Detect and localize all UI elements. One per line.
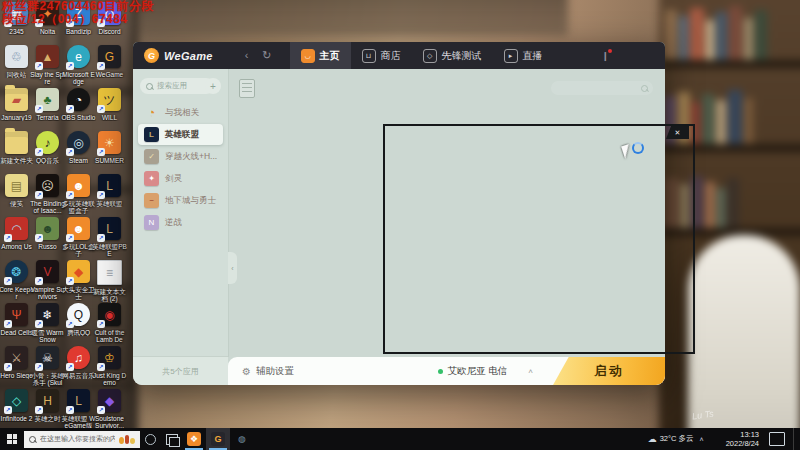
wegame-sidebar: 搜索应用 + ◔ 与我相关 L 英雄联盟 ✓ 穿越火线+H... ✦ 剑灵 ~: [133, 69, 228, 357]
game-label: 英雄联盟: [165, 129, 199, 141]
shortcut-arrow-icon: ↗: [97, 234, 105, 242]
shortcut-label: 英雄联盟: [92, 200, 127, 207]
sidebar-game-list: ◔ 与我相关 L 英雄联盟 ✓ 穿越火线+H... ✦ 剑灵 ~ 地下城与勇士 …: [133, 101, 228, 234]
desktop-shortcut[interactable]: ◎ ↗ Steam: [63, 131, 94, 174]
refresh-icon[interactable]: ↻: [262, 49, 271, 62]
desktop-shortcut[interactable]: ▤ ↗ 便笺: [1, 174, 32, 217]
desktop-shortcut[interactable]: ❄ ↗ 暖雪 Warm Snow: [32, 303, 63, 346]
taskbar-clock[interactable]: 13:13 2022/8/24: [726, 430, 759, 449]
wegame-nav-tab[interactable]: ⊔ 商店: [351, 42, 412, 69]
wegame-nav-tab[interactable]: ▸ 直播: [493, 42, 554, 69]
close-region-button[interactable]: ✕: [666, 126, 689, 139]
sidebar-collapse-handle[interactable]: ‹: [228, 252, 237, 284]
sidebar-game-item[interactable]: ✓ 穿越火线+H...: [138, 146, 223, 167]
show-desktop-button[interactable]: [793, 428, 798, 450]
assist-settings-button[interactable]: ⚙ 辅助设置: [242, 365, 294, 378]
shortcut-label: 新建文本文档 (2): [92, 288, 127, 303]
weather-widget[interactable]: ☁ 32°C 多云: [648, 434, 694, 444]
desktop-shortcut[interactable]: ♲ ↗ 回收站: [1, 45, 32, 88]
desktop-shortcut[interactable]: ↗ 新建文件夹: [1, 131, 32, 174]
server-selector[interactable]: 艾欧尼亚 电信 ˄: [438, 365, 533, 378]
search-doodle-icon: [119, 435, 135, 444]
desktop-shortcut[interactable]: ◆ ↗ 大头安全卫士: [63, 260, 94, 303]
sidebar-search-input[interactable]: 搜索应用: [140, 78, 214, 94]
nav-arrows: ‹ ↻: [245, 49, 272, 62]
desktop-shortcut[interactable]: V ↗ Vampire Survivors: [32, 260, 63, 303]
desktop-shortcut[interactable]: ♣ ↗ Terraria: [32, 88, 63, 131]
launch-button[interactable]: 启动: [553, 357, 665, 385]
desktop-shortcut[interactable]: ❂ ↗ Core Keeper: [1, 260, 32, 303]
desktop-shortcut[interactable]: e ↗ Microsoft Edge: [63, 45, 94, 88]
overlay-line-2: 段位/12（004）67484: [2, 13, 154, 26]
taskbar-app-button[interactable]: G: [206, 428, 230, 450]
sidebar-game-item[interactable]: L 英雄联盟: [138, 124, 223, 145]
desktop-shortcut[interactable]: L ↗ 英雄联盟PBE: [94, 217, 125, 260]
taskbar-search-input[interactable]: 在这里输入你要搜索的内容: [24, 431, 140, 448]
desktop-shortcut[interactable]: L ↗ 英雄联盟 WeGame版: [63, 389, 94, 432]
shortcut-arrow-icon: ↗: [35, 277, 43, 285]
desktop-shortcut[interactable]: ⚔ ↗ Hero Siege: [1, 346, 32, 389]
shortcut-label: 回收站: [0, 71, 34, 78]
search-icon: [29, 436, 36, 443]
shortcut-arrow-icon: ↗: [66, 234, 74, 242]
app-icon: [5, 131, 28, 154]
taskbar-app-button[interactable]: ◍: [230, 428, 254, 450]
desktop-shortcut[interactable]: ◆ ↗ Soulstone Survivor...: [94, 389, 125, 432]
shortcut-arrow-icon: ↗: [35, 62, 43, 70]
desktop-shortcut[interactable]: ◇ ↗ Infinitode 2: [1, 389, 32, 432]
wegame-bottom-bar: ⚙ 辅助设置 艾欧尼亚 电信 ˄ 启动: [228, 357, 665, 385]
desktop-shortcut[interactable]: ♫ ↗ 网易云音乐: [63, 346, 94, 389]
tray-expand-icon[interactable]: ˄: [700, 436, 704, 443]
desktop-shortcut[interactable]: ◉ ↗ Cult of the Lamb Dem...: [94, 303, 125, 346]
start-button[interactable]: [0, 428, 24, 450]
desktop-shortcut[interactable]: ☻ ↗ 多玩LOL盒子: [63, 217, 94, 260]
desktop-shortcut[interactable]: ☀ ↗ SUMMER: [94, 131, 125, 174]
desktop-shortcut[interactable]: ▰ ↗ January19: [1, 88, 32, 131]
cortana-button[interactable]: [140, 428, 161, 450]
desktop-shortcut[interactable]: ♪ ↗ QQ音乐: [32, 131, 63, 174]
add-game-button[interactable]: +: [205, 78, 221, 94]
sidebar-game-item[interactable]: ◔ 与我相关: [138, 102, 223, 123]
notification-icon[interactable]: ❙: [601, 51, 609, 61]
shortcut-label: WeGame: [92, 71, 127, 78]
shortcut-label: 大头安全卫士: [61, 286, 96, 301]
desktop-shortcut[interactable]: ◔ ↗ OBS Studio: [63, 88, 94, 131]
desktop-shortcut[interactable]: ▲ ↗ Slay the Spire: [32, 45, 63, 88]
tab-icon: ▸: [504, 49, 518, 63]
desktop-shortcut[interactable]: ツ ↗ WILL: [94, 88, 125, 131]
desktop-shortcut[interactable]: L ↗ 英雄联盟: [94, 174, 125, 217]
server-status-dot: [438, 369, 443, 374]
shortcut-arrow-icon: ↗: [97, 320, 105, 328]
main-search-input[interactable]: [551, 81, 653, 95]
desktop-shortcut[interactable]: Ψ ↗ Dead Cells: [1, 303, 32, 346]
desktop-shortcut[interactable]: ≡ ↗ 新建文本文档 (2): [94, 260, 125, 303]
sidebar-game-item[interactable]: ~ 地下城与勇士: [138, 190, 223, 211]
wegame-nav-tabs: ◡ 主页 ⊔ 商店 ◇ 先锋测试 ▸ 直播: [290, 42, 554, 69]
clock-date: 2022/8/24: [726, 439, 759, 448]
desktop-shortcut[interactable]: Q ↗ 腾讯QQ: [63, 303, 94, 346]
sidebar-game-item[interactable]: N 逆战: [138, 212, 223, 233]
back-icon[interactable]: ‹: [245, 49, 249, 62]
wegame-nav-tab[interactable]: ◡ 主页: [290, 42, 351, 69]
guide-book-icon[interactable]: [239, 79, 255, 98]
shortcut-arrow-icon: ↗: [4, 234, 12, 242]
desktop-shortcut[interactable]: ◠ ↗ Among Us: [1, 217, 32, 260]
wegame-nav-tab[interactable]: ◇ 先锋测试: [412, 42, 493, 69]
desktop-shortcut[interactable]: ☻ ↗ 多玩英雄联盟盒子: [63, 174, 94, 217]
shortcut-label: 多玩LOL盒子: [61, 243, 96, 258]
desktop-shortcut[interactable]: G ↗ WeGame: [94, 45, 125, 88]
desktop-shortcut[interactable]: ☹ ↗ The Binding of Isaac...: [32, 174, 63, 217]
wegame-titlebar: G WeGame ‹ ↻ ◡ 主页 ⊔ 商店 ◇ 先锋测试 ▸ 直播: [133, 42, 665, 69]
app-icon: ♲: [5, 45, 28, 68]
shortcut-arrow-icon: ↗: [4, 320, 12, 328]
task-view-button[interactable]: [161, 428, 182, 450]
desktop-shortcut[interactable]: ☠ ↗ 小骨：英雄杀手 (Skul Th...: [32, 346, 63, 389]
search-placeholder: 搜索应用: [157, 81, 187, 91]
desktop-shortcut[interactable]: ♔ ↗ Just King Demo: [94, 346, 125, 389]
desktop-shortcut[interactable]: H ↗ 英雄之时: [32, 389, 63, 432]
game-label: 与我相关: [165, 107, 199, 119]
taskbar-app-button[interactable]: ❖: [182, 428, 206, 450]
sidebar-game-item[interactable]: ✦ 剑灵: [138, 168, 223, 189]
desktop-shortcut[interactable]: ☻ ↗ Russo: [32, 217, 63, 260]
action-center-icon[interactable]: [769, 432, 785, 446]
